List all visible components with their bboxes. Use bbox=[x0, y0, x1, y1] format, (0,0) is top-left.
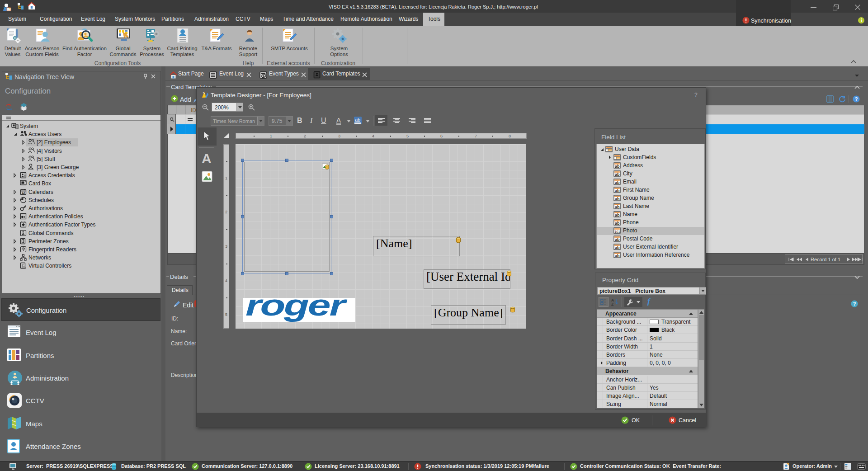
svg-text:ab: ab bbox=[615, 188, 620, 193]
svg-text:12: 12 bbox=[22, 191, 25, 194]
svg-text:ab: ab bbox=[615, 237, 620, 242]
svg-text:ab: ab bbox=[615, 164, 620, 169]
svg-text:ab: ab bbox=[615, 180, 620, 185]
svg-text:ab: ab bbox=[615, 213, 620, 217]
svg-text:ab: ab bbox=[615, 254, 620, 258]
svg-text:ab: ab bbox=[615, 197, 620, 201]
svg-text:ab: ab bbox=[615, 245, 620, 250]
svg-text:?: ? bbox=[855, 96, 858, 102]
svg-text:?: ? bbox=[853, 301, 856, 306]
svg-text:101: 101 bbox=[614, 230, 620, 234]
svg-text:ab: ab bbox=[615, 205, 620, 209]
svg-text:Z: Z bbox=[611, 302, 613, 306]
svg-text:ab: ab bbox=[615, 221, 620, 226]
svg-text:ab: ab bbox=[615, 172, 620, 177]
